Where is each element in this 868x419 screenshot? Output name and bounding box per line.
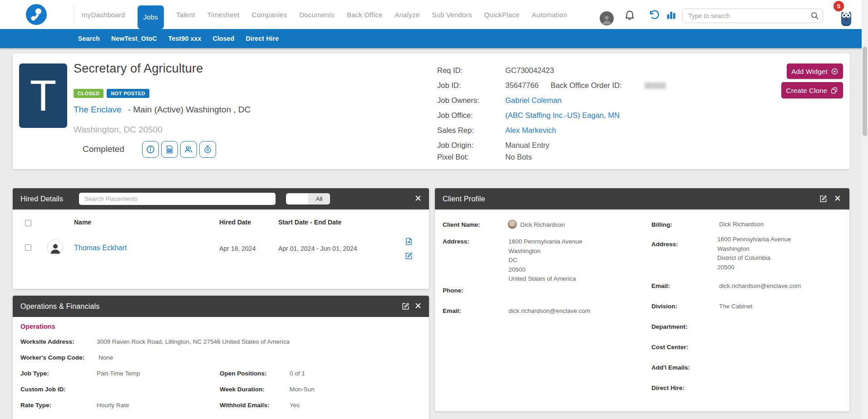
subnav-item-closed[interactable]: Closed bbox=[212, 35, 234, 42]
nav-item-automation[interactable]: Automation bbox=[532, 11, 567, 19]
client-name-link[interactable]: Dick Richardson bbox=[520, 221, 565, 228]
notifications-bell-icon[interactable] bbox=[624, 9, 636, 21]
nav-item-backoffice[interactable]: Back Office bbox=[347, 11, 383, 19]
client-email-label: Email: bbox=[443, 307, 461, 314]
client-email-link[interactable]: dick.richardson@enclave.com bbox=[508, 307, 590, 314]
back-office-order-id-redacted-value bbox=[645, 83, 666, 89]
nav-item-documents[interactable]: Documents bbox=[299, 11, 335, 19]
placements-filter-toggle[interactable]: All bbox=[286, 193, 330, 205]
nav-item-timesheet[interactable]: Timesheet bbox=[207, 11, 239, 19]
address-line: 20500 bbox=[508, 265, 582, 275]
department-label: Department: bbox=[651, 323, 688, 330]
job-stage-label: Completed bbox=[83, 144, 124, 154]
add-widget-label: Add Widget bbox=[791, 68, 828, 75]
sales-rep-link[interactable]: Alex Markevich bbox=[505, 126, 556, 134]
week-duration-value: Mon-Sun bbox=[290, 386, 315, 393]
workers-comp-value: None bbox=[99, 354, 113, 361]
add-widget-button[interactable]: Add Widget bbox=[787, 63, 843, 79]
sales-rep-value: Alex Markevich bbox=[505, 126, 556, 135]
ceipal-logo-icon[interactable] bbox=[26, 4, 47, 25]
rate-type-label: Rate Type: bbox=[20, 402, 51, 409]
hired-details-title: Hired Details bbox=[20, 195, 63, 203]
hired-date-cell: Apr 18, 2024 bbox=[219, 245, 256, 252]
operations-edit-icon[interactable] bbox=[401, 302, 410, 311]
job-office-value: (ABC Staffing Inc.-US) Eagan, MN bbox=[505, 111, 620, 120]
job-origin-value: Manual Entry bbox=[505, 141, 549, 150]
jobs-sub-nav: Search NewTest_OtoC Test90 xxx Closed Di… bbox=[0, 29, 868, 48]
subnav-item-test90[interactable]: Test90 xxx bbox=[168, 35, 202, 42]
billing-label: Billing: bbox=[651, 221, 672, 228]
nav-item-jobs-active[interactable]: Jobs bbox=[138, 5, 164, 29]
billing-email-link[interactable]: dick.richardson@enclave.com bbox=[719, 283, 801, 289]
global-search-input[interactable] bbox=[682, 9, 823, 23]
job-timer-button[interactable] bbox=[199, 141, 216, 158]
column-header-hired-date: Hired Date bbox=[219, 219, 251, 226]
operations-title: Operations & Financials bbox=[20, 302, 99, 311]
subnav-item-direct-hire[interactable]: Direct Hire bbox=[246, 35, 279, 42]
nav-item-mydashboard[interactable]: myDashboard bbox=[82, 11, 125, 19]
client-address-label: Address: bbox=[443, 238, 469, 245]
subnav-item-newtest-otoc[interactable]: NewTest_OtoC bbox=[111, 35, 157, 42]
job-owners-value: Gabriel Coleman bbox=[505, 96, 562, 105]
client-profile-edit-icon[interactable] bbox=[819, 195, 828, 203]
nav-item-analyze[interactable]: Analyze bbox=[395, 11, 420, 19]
candidate-name-link[interactable]: Thomas Eckhart bbox=[74, 244, 127, 252]
placement-edit-icon[interactable] bbox=[404, 252, 413, 260]
subnav-item-search[interactable]: Search bbox=[78, 35, 100, 42]
job-title: Secretary of Agriculture bbox=[74, 62, 203, 76]
worksite-address-label: Worksite Address: bbox=[20, 338, 74, 345]
client-profile-title: Client Profile bbox=[443, 195, 485, 203]
hired-details-close-icon[interactable]: ✕ bbox=[414, 194, 423, 203]
nav-item-talent[interactable]: Talent bbox=[176, 11, 195, 19]
billing-address-value: 1600 Pennsylvania Avenue Washington Dist… bbox=[717, 235, 791, 272]
client-name-label: Client Name: bbox=[443, 221, 480, 228]
company-branch-text: - Main (Active) Washington , DC bbox=[128, 105, 251, 114]
analytics-bars-icon[interactable] bbox=[666, 10, 677, 21]
row-checkbox[interactable] bbox=[25, 244, 31, 251]
column-header-name: Name bbox=[74, 219, 91, 226]
job-description-doc-button[interactable] bbox=[161, 141, 178, 158]
rate-type-value: Hourly Rate bbox=[97, 402, 129, 409]
user-avatar[interactable] bbox=[600, 11, 614, 25]
job-origin-label: Job Origin: bbox=[437, 141, 473, 150]
address-line: 20500 bbox=[717, 263, 791, 273]
candidate-avatar bbox=[47, 239, 63, 255]
job-applicants-button[interactable] bbox=[180, 141, 197, 158]
job-company-line: The Enclave- Main (Active) Washington , … bbox=[74, 105, 251, 115]
page-scrollbar bbox=[862, 0, 868, 419]
open-positions-label: Open Positions: bbox=[220, 370, 267, 377]
req-id-value: GC730042423 bbox=[505, 66, 554, 75]
withhold-emails-value: Yes bbox=[290, 402, 300, 409]
nav-item-companies[interactable]: Companies bbox=[252, 11, 287, 19]
address-line: United States of America bbox=[508, 274, 582, 284]
notification-count-badge: 5 bbox=[833, 1, 844, 11]
assistant-owl-icon[interactable] bbox=[840, 10, 853, 26]
operations-close-icon[interactable]: ✕ bbox=[414, 302, 423, 311]
client-phone-label: Phone: bbox=[443, 287, 464, 294]
billing-address-label: Address: bbox=[651, 241, 678, 248]
nav-item-quickplace[interactable]: QuickPlace bbox=[484, 11, 519, 19]
client-address-value: 1600 Pennsylvania Avenue Washington DC 2… bbox=[508, 237, 582, 284]
company-link[interactable]: The Enclave bbox=[74, 105, 122, 114]
undo-history-icon[interactable] bbox=[648, 9, 660, 21]
job-info-button[interactable] bbox=[142, 141, 159, 158]
client-profile-close-icon[interactable]: ✕ bbox=[833, 194, 842, 203]
placement-doc-export-icon[interactable] bbox=[404, 237, 413, 246]
toggle-all-segment[interactable]: All bbox=[308, 193, 330, 205]
nav-item-subvendors[interactable]: Sub Vendors bbox=[432, 11, 472, 19]
job-avatar: T bbox=[19, 63, 67, 128]
operations-section-title: Operations bbox=[20, 323, 55, 330]
job-status-badges: CLOSED NOT POSTED bbox=[74, 89, 149, 98]
division-label: Division: bbox=[651, 303, 677, 310]
placements-search-input[interactable] bbox=[79, 193, 276, 205]
scrollbar-thumb[interactable] bbox=[863, 47, 867, 136]
job-owner-link[interactable]: Gabriel Coleman bbox=[505, 96, 562, 104]
job-type-value: Part-Time Temp bbox=[97, 370, 140, 377]
job-office-link[interactable]: (ABC Staffing Inc.-US) Eagan, MN bbox=[505, 111, 620, 119]
select-all-checkbox[interactable] bbox=[25, 220, 31, 226]
toggle-on-segment[interactable] bbox=[286, 193, 308, 205]
sales-rep-label: Sales Rep: bbox=[437, 126, 474, 135]
create-clone-button[interactable]: Create Clone bbox=[781, 82, 843, 98]
worksite-address-value: 3009 Raven Rock Road, Lillington, NC 275… bbox=[97, 338, 290, 345]
operations-financials-panel: Operations & Financials ✕ Operations Wor… bbox=[13, 296, 429, 419]
